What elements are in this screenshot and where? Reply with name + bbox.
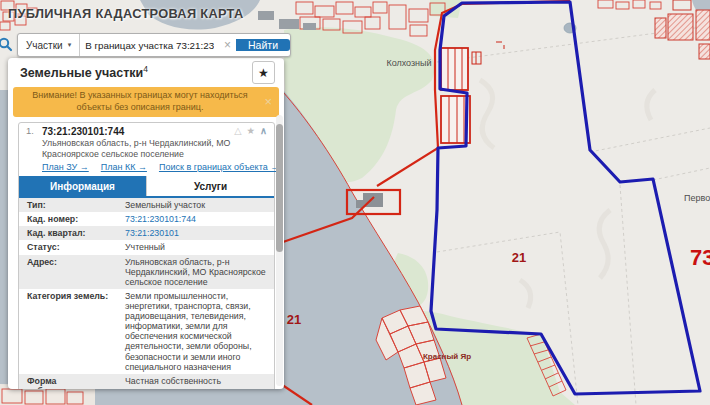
- star-icon[interactable]: ★: [247, 126, 256, 136]
- search-bar: Участки ▾ × Найти: [0, 33, 291, 57]
- link-search-in-bounds[interactable]: Поиск в границах объекта →: [159, 162, 279, 172]
- row-value: Ульяновская область, р-н Чердаклинский, …: [123, 255, 274, 289]
- row-label: Форма собственности:: [19, 374, 123, 389]
- map-label-kolkhozny: Колхозный: [386, 58, 431, 68]
- find-button[interactable]: Найти: [236, 39, 290, 51]
- chevron-down-icon: ▾: [68, 41, 72, 49]
- row-label: Тип:: [19, 198, 123, 212]
- panel-scrollbar-thumb[interactable]: [276, 124, 283, 252]
- table-row: Форма собственности: Частная собственнос…: [19, 374, 274, 389]
- table-row: Тип: Земельный участок: [19, 198, 274, 212]
- row-label: Адрес:: [19, 255, 123, 289]
- row-label: Кад. квартал:: [19, 226, 123, 240]
- search-input[interactable]: [80, 40, 219, 51]
- table-row: Адрес: Ульяновская область, р-н Чердакли…: [19, 255, 274, 289]
- map-label-krasny-yar: Красный Яр: [423, 352, 471, 361]
- result-actions: △ ★ ∧: [234, 126, 267, 136]
- tab-services[interactable]: Услуги: [146, 176, 274, 196]
- table-row: Категория земель: Земли промышленности, …: [19, 289, 274, 374]
- link-plan-kk[interactable]: План КК →: [101, 162, 147, 172]
- row-label: Статус:: [19, 240, 123, 254]
- panel-header: Земельные участки4 ★: [8, 58, 284, 87]
- search-icon[interactable]: [0, 36, 13, 52]
- results-panel: Земельные участки4 ★ Внимание! В указанн…: [8, 58, 284, 389]
- collapse-icon[interactable]: ∧: [260, 126, 267, 136]
- address-line-1: Ульяновская область, р-н Чердаклинский, …: [42, 138, 267, 148]
- map-label-quarter-21: 21: [512, 250, 526, 265]
- result-address: Ульяновская область, р-н Чердаклинский, …: [42, 138, 267, 159]
- address-line-2: Красноярское сельское поселение: [42, 149, 267, 159]
- search-box: Участки ▾ × Найти: [17, 33, 291, 57]
- map-label-quarter-21-left: 21: [287, 312, 301, 327]
- map-label-pervomaysky: Первомайский: [684, 193, 710, 203]
- star-icon: ★: [258, 66, 269, 80]
- table-row: Кад. квартал: 73:21:230101: [19, 226, 274, 240]
- info-table: Тип: Земельный участок Кад. номер: 73:21…: [19, 198, 274, 389]
- results-count: 4: [143, 64, 148, 74]
- table-row: Статус: Учтенный: [19, 240, 274, 254]
- table-row: Кад. номер: 73:21:230101:744: [19, 212, 274, 226]
- clear-search-icon[interactable]: ×: [219, 38, 236, 52]
- link-plan-zu[interactable]: План ЗУ →: [42, 162, 89, 172]
- row-value: Земельный участок: [123, 198, 274, 212]
- search-category-label: Участки: [26, 40, 63, 51]
- row-value-quarter-link[interactable]: 73:21:230101: [123, 226, 274, 240]
- tab-information[interactable]: Информация: [19, 176, 146, 196]
- search-category-dropdown[interactable]: Участки ▾: [18, 34, 80, 56]
- app-title: ПУБЛИЧНАЯ КАДАСТРОВАЯ КАРТА: [8, 6, 243, 21]
- row-value: Земли промышленности, энергетики, трансп…: [123, 289, 274, 374]
- result-links: План ЗУ → План КК → Поиск в границах объ…: [19, 159, 274, 176]
- close-icon[interactable]: ×: [264, 94, 272, 111]
- panel-title-text: Земельные участки: [20, 67, 143, 81]
- result-card: 1. 73:21:230101:744 △ ★ ∧ Ульяновская об…: [18, 122, 275, 389]
- result-card-head: 1. 73:21:230101:744 △ ★ ∧ Ульяновская об…: [19, 123, 274, 159]
- map-label-region-73: 73: [690, 245, 710, 270]
- result-tabs: Информация Услуги: [19, 176, 274, 198]
- row-value-cadastral-number-link[interactable]: 73:21:230101:744: [123, 212, 274, 226]
- warning-triangle-icon[interactable]: △: [234, 126, 241, 136]
- row-label: Категория земель:: [19, 289, 123, 374]
- row-value: Учтенный: [123, 240, 274, 254]
- warning-banner: Внимание! В указанных границах могут нах…: [13, 87, 279, 117]
- row-label: Кад. номер:: [19, 212, 123, 226]
- panel-title: Земельные участки4: [20, 64, 148, 80]
- result-index: 1.: [26, 126, 42, 136]
- result-cadastral-number: 73:21:230101:744: [42, 126, 234, 137]
- row-value: Частная собственность: [123, 374, 274, 389]
- warning-text: Внимание! В указанных границах могут нах…: [32, 90, 247, 112]
- favorites-button[interactable]: ★: [252, 61, 275, 84]
